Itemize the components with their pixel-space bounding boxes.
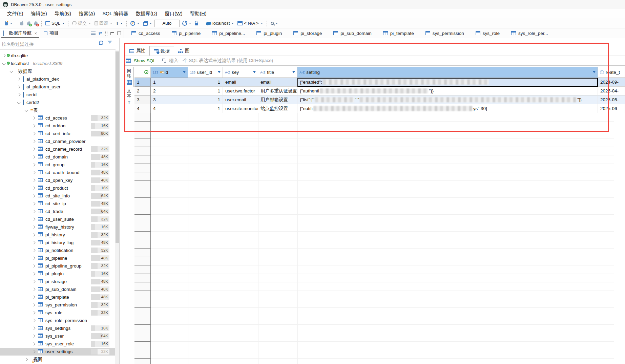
tree-item-pi_template[interactable]: pi_template48K	[0, 293, 116, 301]
cell-id[interactable]: 3	[151, 95, 188, 104]
tree-filter-input[interactable]	[2, 40, 93, 48]
tree-item-ai_platform_user[interactable]: ai_platform_user	[0, 83, 116, 91]
expander-chevron-right-icon[interactable]	[32, 296, 36, 299]
editor-tab-pi_template[interactable]: pi_template	[383, 31, 414, 36]
connection-selector[interactable]: localhost	[205, 20, 235, 26]
empty-row-number-cell[interactable]	[134, 333, 151, 342]
column-filter-arrow-icon[interactable]	[292, 71, 295, 73]
expander-chevron-right-icon[interactable]	[32, 148, 36, 151]
empty-row-number-cell[interactable]	[134, 122, 151, 130]
tree-item-数据库[interactable]: 数据库	[0, 67, 116, 75]
empty-row-number-cell[interactable]	[134, 223, 151, 232]
editor-tab-pi_storage[interactable]: pi_storage	[293, 31, 322, 36]
empty-row-number-cell[interactable]	[134, 282, 151, 291]
lock-button[interactable]	[194, 20, 199, 26]
tree-item-cd_cert_info[interactable]: cd_cert_info80K	[0, 130, 116, 137]
empty-row-number-cell[interactable]	[134, 274, 151, 282]
commit-button[interactable]: 提交	[71, 20, 92, 27]
view-menu-icon[interactable]	[105, 30, 107, 36]
empty-row-number-cell[interactable]	[134, 291, 151, 299]
show-sql-button[interactable]: Show SQL	[134, 58, 156, 63]
tree-item-pi_pipeline[interactable]: pi_pipeline48K	[0, 254, 116, 262]
tree-item-cd_cname_provider[interactable]: cd_cname_provider	[0, 137, 116, 145]
cell-user-id[interactable]: 1	[188, 78, 223, 87]
tree-item-视图[interactable]: 视图	[0, 356, 116, 363]
row-number-cell[interactable]: 1	[134, 78, 151, 87]
editor-tab-sys_permission[interactable]: sys_permission	[425, 31, 464, 36]
editor-tab-pi_pipeline[interactable]: pi_pipeline...	[212, 31, 245, 36]
editor-tab-sys_role_per[interactable]: sys_role_per...	[511, 31, 548, 36]
cell-key[interactable]: email	[223, 78, 258, 87]
menu-item[interactable]: 搜索(A)	[75, 9, 99, 18]
cell-id[interactable]: 2	[151, 87, 188, 95]
tree-item-cd_cname_record[interactable]: cd_cname_record32K	[0, 145, 116, 153]
menu-item[interactable]: 文件(F)	[3, 9, 27, 18]
tree-item-cd_product[interactable]: cd_product16K	[0, 184, 116, 192]
expand-filter-icon[interactable]	[162, 59, 166, 63]
search-button[interactable]	[270, 21, 279, 25]
empty-row-number-cell[interactable]	[134, 325, 151, 333]
dashboard-button[interactable]	[129, 20, 140, 26]
scrollbar-thumb[interactable]	[116, 51, 119, 243]
tree-item-cd_open_key[interactable]: cd_open_key48K	[0, 176, 116, 184]
expander-chevron-right-icon[interactable]	[32, 342, 36, 346]
tree-item-sys_role_permission[interactable]: sys_role_permission	[0, 317, 116, 324]
connect-button[interactable]	[19, 20, 24, 26]
expander-chevron-right-icon[interactable]	[32, 218, 36, 221]
editor-tab-cd_access[interactable]: cd_access	[131, 31, 160, 36]
column-header-key[interactable]: A-Zkey	[223, 67, 258, 78]
empty-row-number-cell[interactable]	[134, 164, 151, 172]
expander-chevron-right-icon[interactable]	[17, 85, 21, 89]
cell-key[interactable]: user.two.factor	[223, 87, 258, 95]
empty-row-number-cell[interactable]	[134, 342, 151, 350]
link-with-editor-icon[interactable]: ⇄	[99, 31, 102, 36]
cell-title[interactable]: 用户多重认证设置	[258, 87, 297, 95]
empty-row-number-cell[interactable]	[134, 308, 151, 316]
empty-row-number-cell[interactable]	[134, 189, 151, 198]
result-tab-数据[interactable]: 数据	[149, 46, 174, 56]
editor-tab-pi_pipeline[interactable]: pi_pipeline	[172, 31, 201, 36]
expander-chevron-right-icon[interactable]	[32, 249, 36, 252]
tree-item-sys_settings[interactable]: sys_settings16K	[0, 324, 116, 332]
tree-item-pi_plugin[interactable]: pi_plugin16K	[0, 270, 116, 278]
minimize-icon[interactable]	[110, 32, 114, 35]
expander-chevron-right-icon[interactable]	[32, 194, 36, 198]
tree-item-cd_group[interactable]: cd_group16K	[0, 161, 116, 169]
column-filter-arrow-icon[interactable]	[218, 71, 221, 73]
expander-chevron-right-icon[interactable]	[17, 93, 21, 97]
expander-chevron-down-icon[interactable]	[17, 101, 21, 104]
expander-chevron-right-icon[interactable]	[32, 124, 36, 128]
tree-item-sys_permission[interactable]: sys_permission32K	[0, 301, 116, 309]
tree-item-cd_domain[interactable]: cd_domain48K	[0, 153, 116, 161]
result-tab-图[interactable]: 图	[174, 46, 194, 56]
empty-row-number-cell[interactable]	[134, 215, 151, 223]
expander-chevron-right-icon[interactable]	[32, 171, 36, 174]
tree-item-pi_sub_domain[interactable]: pi_sub_domain48K	[0, 285, 116, 293]
expander-chevron-right-icon[interactable]	[32, 335, 36, 338]
reconnect-button[interactable]: ↻	[26, 20, 32, 26]
cell-user-id[interactable]: 1	[188, 95, 223, 104]
expander-chevron-right-icon[interactable]	[32, 257, 36, 260]
cell-key[interactable]: user.email	[223, 95, 258, 104]
menu-item[interactable]: 数据库(D)	[132, 9, 161, 18]
menu-item[interactable]: 帮助(H)	[186, 9, 210, 18]
expander-chevron-right-icon[interactable]	[32, 140, 36, 143]
expander-chevron-right-icon[interactable]	[32, 163, 36, 167]
tree-item-cd_user_suite[interactable]: cd_user_suite32K	[0, 215, 116, 223]
print-button[interactable]	[142, 20, 153, 26]
cell-create-time[interactable]: 2025-05-	[598, 95, 625, 104]
empty-row-number-cell[interactable]	[134, 350, 151, 359]
empty-row-number-cell[interactable]	[134, 138, 151, 147]
tree-item-cd_addon[interactable]: cd_addon16K	[0, 122, 116, 130]
cell-create-time[interactable]: 2025-06-	[598, 104, 625, 113]
column-header-user_id[interactable]: 123user_id	[188, 67, 223, 78]
tree-item-certd2[interactable]: certd2	[0, 99, 116, 106]
menu-item[interactable]: SQL 编辑器	[99, 9, 132, 18]
filter-funnel-icon[interactable]	[107, 41, 112, 44]
editor-tab-pi_sub_domain[interactable]: pi_sub_domain	[333, 31, 372, 36]
tree-item-pi_history_log[interactable]: pi_history_log48K	[0, 239, 116, 247]
empty-row-number-cell[interactable]	[134, 155, 151, 164]
tree-item-certd[interactable]: certd	[0, 91, 116, 99]
result-tab-属性[interactable]: 属性	[125, 46, 149, 56]
expander-chevron-right-icon[interactable]	[32, 241, 36, 244]
